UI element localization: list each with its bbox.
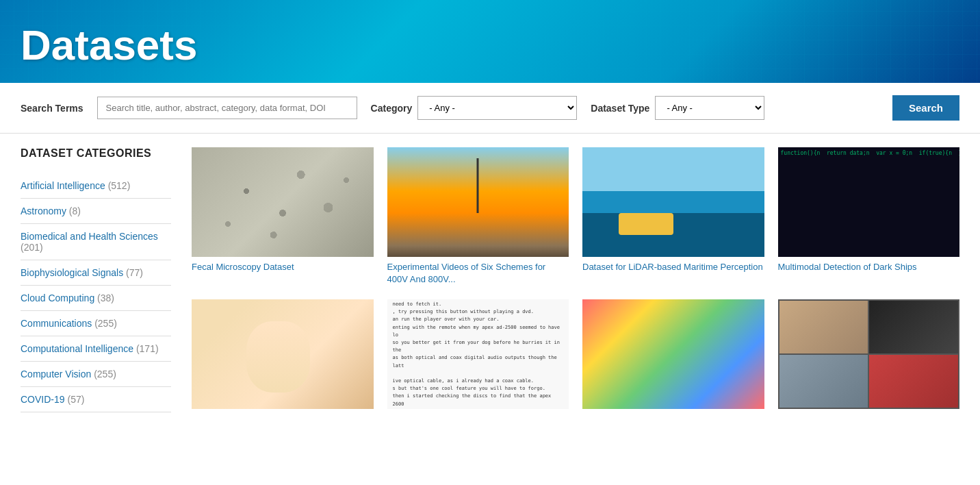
sidebar-item-biomedical[interactable]: Biomedical and Health Sciences (201) [21, 224, 171, 260]
vehicles-cell-1 [779, 301, 868, 353]
sidebar-link-ai[interactable]: Artificial Intelligence (512) [21, 180, 130, 191]
dataset-card-arm[interactable] [192, 299, 374, 413]
sidebar-link-astronomy[interactable]: Astronomy (8) [21, 206, 81, 216]
dataset-thumbnail-vehicles [778, 299, 960, 409]
dataset-card-maritime[interactable]: Dataset for LiDAR-based Maritime Percept… [582, 147, 764, 286]
dataset-grid: Fecal Microscopy Dataset Experimental Vi… [192, 147, 959, 413]
dataset-card-electric[interactable]: Experimental Videos of Six Schemes for 4… [387, 147, 569, 286]
text-content-lines: need to fetch it., try pressing this but… [393, 301, 564, 408]
sidebar-item-comms[interactable]: Communications (255) [21, 311, 171, 336]
sidebar-item-compint[interactable]: Computational Intelligence (171) [21, 336, 171, 362]
dataset-type-select[interactable]: - Any - Standard Dataset Software Articl… [655, 96, 764, 120]
page-title: Datasets [21, 21, 197, 69]
dataset-title-microscopy: Fecal Microscopy Dataset [192, 261, 374, 273]
dataset-type-filter-group: Dataset Type - Any - Standard Dataset So… [591, 96, 764, 120]
search-button[interactable]: Search [892, 95, 959, 121]
dataset-thumbnail-darkships [778, 147, 960, 257]
category-select[interactable]: - Any - Artificial Intelligence Astronom… [417, 96, 577, 120]
category-filter-group: Category - Any - Artificial Intelligence… [371, 96, 578, 120]
sidebar-link-biomedical[interactable]: Biomedical and Health Sciences (201) [21, 231, 158, 253]
sidebar-item-ai[interactable]: Artificial Intelligence (512) [21, 173, 171, 199]
sidebar-link-cv[interactable]: Computer Vision (255) [21, 369, 116, 380]
sidebar-link-compint[interactable]: Computational Intelligence (171) [21, 343, 159, 354]
search-bar: Search Terms Category - Any - Artificial… [0, 83, 980, 134]
dataset-card-vehicles[interactable] [778, 299, 960, 413]
sidebar-link-covid[interactable]: COVID-19 (57) [21, 394, 84, 405]
dataset-title-maritime: Dataset for LiDAR-based Maritime Percept… [582, 261, 764, 273]
sidebar-title: DATASET CATEGORIES [21, 147, 171, 160]
sidebar-item-cloud[interactable]: Cloud Computing (38) [21, 286, 171, 311]
dataset-thumbnail-maritime [582, 147, 764, 257]
search-terms-label: Search Terms [21, 103, 83, 114]
dataset-thumbnail-electric [387, 147, 569, 257]
dataset-thumbnail-arm [192, 299, 374, 409]
vehicles-cell-2 [869, 301, 958, 353]
sidebar-item-biophys[interactable]: Biophysiological Signals (77) [21, 260, 171, 286]
main-layout: DATASET CATEGORIES Artificial Intelligen… [0, 134, 980, 427]
dataset-card-gradient[interactable] [582, 299, 764, 413]
sidebar-link-cloud[interactable]: Cloud Computing (38) [21, 293, 114, 303]
dataset-card-text[interactable]: need to fetch it., try pressing this but… [387, 299, 569, 413]
dataset-thumbnail-text: need to fetch it., try pressing this but… [387, 299, 569, 409]
hero-banner: Datasets [0, 0, 980, 83]
dataset-title-darkships: Multimodal Detection of Dark Ships [778, 261, 960, 273]
dataset-type-label: Dataset Type [591, 103, 649, 114]
dataset-thumbnail-microscopy [192, 147, 374, 257]
sidebar-link-comms[interactable]: Communications (255) [21, 318, 117, 329]
dataset-title-electric: Experimental Videos of Six Schemes for 4… [387, 261, 569, 286]
vehicles-cell-3 [779, 355, 868, 408]
search-input[interactable] [97, 97, 357, 119]
sidebar-link-biophys[interactable]: Biophysiological Signals (77) [21, 267, 143, 278]
dataset-thumbnail-gradient [582, 299, 764, 409]
category-label: Category [371, 103, 413, 114]
sidebar: DATASET CATEGORIES Artificial Intelligen… [21, 147, 171, 413]
sidebar-item-covid[interactable]: COVID-19 (57) [21, 387, 171, 412]
sidebar-item-astronomy[interactable]: Astronomy (8) [21, 199, 171, 224]
sidebar-item-cv[interactable]: Computer Vision (255) [21, 362, 171, 387]
vehicles-cell-4 [869, 355, 958, 408]
dataset-card-microscopy[interactable]: Fecal Microscopy Dataset [192, 147, 374, 286]
dataset-card-darkships[interactable]: Multimodal Detection of Dark Ships [778, 147, 960, 286]
